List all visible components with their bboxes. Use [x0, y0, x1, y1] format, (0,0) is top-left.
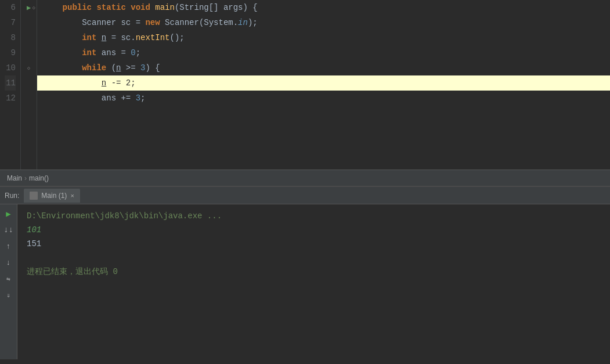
class-scanner: Scanner — [82, 15, 116, 30]
line-num-12: 12 — [5, 91, 16, 106]
keyword-int-9: int — [82, 45, 96, 60]
method-nextint: nextInt — [136, 30, 170, 45]
gutter-8 — [21, 30, 37, 45]
code-container: 6 7 8 9 10 11 12 ▶ ◇ ◇ public — [0, 0, 610, 170]
run-arrow-icon: ▶ — [27, 3, 31, 12]
keyword-int-8: int — [82, 30, 96, 45]
gutter-6: ▶ ◇ — [21, 0, 37, 15]
system-in: in — [238, 15, 248, 30]
keyword-static: static — [96, 0, 125, 15]
console-line-empty — [27, 251, 601, 265]
code-line-10: while (n >= 3) { — [37, 60, 610, 75]
console-line-path: D:\Environment\jdk8\jdk\bin\java.exe ... — [27, 209, 601, 223]
breadcrumb-separator: › — [24, 174, 27, 182]
console-line-exit: 进程已结束，退出代码 0 — [27, 265, 601, 279]
line-num-8: 8 — [5, 30, 16, 45]
console-line-101: 101 — [27, 223, 601, 237]
gutter-9 — [21, 45, 37, 60]
run-panel: Run: Main (1) × ▶ ↓↓ ↑ ↓ ⇋ ⇓ D:\Environm… — [0, 186, 610, 359]
line-num-10: 10 — [5, 60, 16, 75]
breadcrumb-class: Main — [7, 174, 22, 182]
var-n: n — [102, 30, 106, 45]
keyword-public: public — [63, 0, 92, 15]
run-content: ▶ ↓↓ ↑ ↓ ⇋ ⇓ D:\Environment\jdk8\jdk\bin… — [0, 204, 610, 359]
play-button[interactable]: ▶ — [3, 208, 15, 219]
number-0: 0 — [131, 45, 135, 60]
keyword-void: void — [131, 0, 150, 15]
number-3-12: 3 — [136, 91, 140, 106]
keyword-new: new — [145, 15, 160, 30]
code-line-12: ans += 3; — [37, 91, 610, 106]
line-num-7: 7 — [5, 15, 16, 30]
var-n-11: n — [102, 75, 106, 91]
gutter-11 — [21, 75, 37, 91]
down-button[interactable]: ↓ — [3, 257, 15, 268]
var-n-10: n — [116, 60, 121, 75]
line-num-6: 6 — [5, 0, 16, 15]
wrap-button[interactable]: ⇋ — [3, 273, 15, 284]
keyword-while: while — [82, 60, 106, 75]
gutter-7 — [21, 15, 37, 30]
console-line-151: 151 — [27, 237, 601, 251]
diamond-icon-10: ◇ — [27, 65, 30, 71]
code-line-6: public static void main(String[] args) { — [37, 0, 610, 15]
run-tab[interactable]: Main (1) × — [24, 189, 80, 203]
run-toolbar: ▶ ↓↓ ↑ ↓ ⇋ ⇓ — [0, 204, 17, 359]
tab-label: Main (1) — [41, 192, 67, 200]
line-numbers: 6 7 8 9 10 11 12 — [0, 0, 21, 170]
var-ans: ans — [102, 91, 116, 106]
up-button[interactable]: ↑ — [3, 240, 15, 252]
gutter-12 — [21, 91, 37, 106]
editor-area: 6 7 8 9 10 11 12 ▶ ◇ ◇ public — [0, 0, 610, 186]
number-3-10: 3 — [140, 60, 145, 75]
line-num-9: 9 — [5, 45, 16, 60]
breadcrumb-method: main() — [29, 174, 49, 182]
number-2: 2 — [126, 75, 131, 91]
code-line-9: int ans = 0; — [37, 45, 610, 60]
save-output-button[interactable]: ⇓ — [3, 289, 15, 301]
scroll-down-button[interactable]: ↓↓ — [3, 224, 15, 236]
run-tabs-bar: Run: Main (1) × — [0, 187, 610, 204]
code-lines[interactable]: public static void main(String[] args) {… — [37, 0, 610, 170]
tab-file-icon — [30, 192, 38, 200]
diamond-icon: ◇ — [33, 5, 35, 11]
method-main: main — [155, 0, 175, 15]
gutter-10: ◇ — [21, 60, 37, 75]
code-line-11: n -= 2; — [37, 75, 610, 91]
tab-close-button[interactable]: × — [70, 192, 74, 199]
run-label: Run: — [5, 192, 19, 200]
code-line-8: int n = sc.nextInt(); — [37, 30, 610, 45]
code-line-7: Scanner sc = new Scanner(System.in); — [37, 15, 610, 30]
breadcrumb: Main › main() — [0, 170, 610, 186]
gutter: ▶ ◇ ◇ — [21, 0, 37, 170]
line-num-11: 11 — [5, 75, 16, 91]
console-output[interactable]: D:\Environment\jdk8\jdk\bin\java.exe ...… — [17, 204, 610, 359]
